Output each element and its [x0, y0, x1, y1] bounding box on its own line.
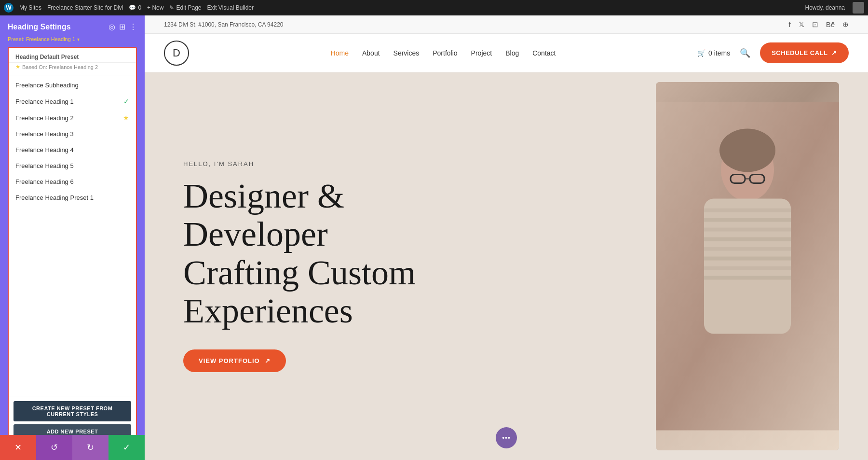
nav-project[interactable]: Project — [471, 49, 492, 57]
preset-list-item[interactable]: Freelance Subheading — [9, 77, 136, 93]
nav-about[interactable]: About — [362, 49, 380, 57]
preset-list: Freelance SubheadingFreelance Heading 1✓… — [9, 75, 136, 396]
based-on-text: Based On: Freelance Heading 2 — [22, 64, 98, 70]
preset-item-label: Freelance Heading 6 — [15, 178, 74, 185]
bottom-toolbar: ✕ ↺ ↻ ✓ — [0, 435, 145, 460]
hero-title: Designer & Developer Crafting Custom Exp… — [183, 177, 434, 330]
preset-list-item[interactable]: Freelance Heading Preset 1 — [9, 190, 136, 206]
preset-item-label: Freelance Subheading — [15, 82, 79, 89]
site-nav: D Home About Services Portfolio Project … — [145, 34, 868, 72]
preset-list-item[interactable]: Freelance Heading 6 — [9, 174, 136, 190]
sidebar: Heading Settings ◎ ⊞ ⋮ Preset: Freelance… — [0, 15, 145, 460]
admin-avatar — [853, 2, 864, 14]
cart-icon: 🛒 — [697, 49, 705, 57]
undo-button[interactable]: ↺ — [36, 435, 72, 460]
save-button[interactable]: ✓ — [108, 435, 145, 460]
nav-links-list: Home About Services Portfolio Project Bl… — [331, 49, 556, 57]
preset-dropdown-arrow: ▾ — [77, 37, 80, 42]
exit-builder-label: Exit Visual Builder — [207, 4, 254, 11]
edit-page-item[interactable]: ✎ Edit Page — [169, 4, 201, 11]
hero-photo — [656, 82, 839, 450]
nav-right: 🛒 0 items 🔍 SCHEDULE CALL ↗ — [697, 42, 849, 63]
comment-icon: 💬 — [129, 4, 136, 11]
search-icon[interactable]: 🔍 — [740, 48, 750, 58]
wp-icon[interactable]: W — [4, 3, 14, 13]
schedule-btn-label: SCHEDULE CALL — [772, 49, 827, 56]
facebook-icon[interactable]: f — [788, 20, 790, 28]
instagram-icon[interactable]: ⊡ — [812, 20, 818, 29]
preset-list-item[interactable]: Freelance Heading 5 — [9, 158, 136, 174]
logo-letter: D — [173, 47, 180, 59]
svg-rect-6 — [704, 237, 791, 241]
dribbble-icon[interactable]: ⊕ — [842, 20, 849, 29]
preset-default-label: Heading Default Preset — [9, 48, 136, 63]
cart-count: 0 items — [708, 49, 730, 57]
grid-icon[interactable]: ⊞ — [119, 22, 125, 31]
main-content: 1234 Divi St. #1000, San Francisco, CA 9… — [145, 15, 868, 460]
preset-item-label: Freelance Heading Preset 1 — [15, 194, 94, 201]
floating-menu-button[interactable]: ••• — [496, 427, 517, 448]
exit-builder-item[interactable]: Exit Visual Builder — [207, 4, 254, 11]
site-address: 1234 Divi St. #1000, San Francisco, CA 9… — [164, 21, 283, 28]
svg-rect-3 — [704, 209, 791, 212]
site-logo: D — [164, 41, 189, 66]
hero-btn-label: VIEW PORTFOLIO — [199, 357, 260, 364]
settings-icon[interactable]: ◎ — [108, 22, 115, 31]
site-topbar: 1234 Divi St. #1000, San Francisco, CA 9… — [145, 15, 868, 34]
preset-based-on: ★ Based On: Freelance Heading 2 — [9, 63, 136, 75]
nav-blog[interactable]: Blog — [505, 49, 519, 57]
nav-contact[interactable]: Contact — [532, 49, 556, 57]
svg-rect-10 — [704, 276, 791, 280]
star-icon: ★ — [123, 114, 129, 122]
more-icon[interactable]: ⋮ — [129, 22, 137, 31]
view-portfolio-button[interactable]: VIEW PORTFOLIO ↗ — [183, 349, 286, 372]
comments-count: 0 — [138, 4, 141, 11]
nav-cart[interactable]: 🛒 0 items — [697, 49, 730, 57]
redo-button[interactable]: ↻ — [72, 435, 108, 460]
social-icons: f 𝕏 ⊡ Bē ⊕ — [788, 20, 849, 29]
new-item[interactable]: + New — [147, 4, 163, 11]
svg-point-11 — [719, 129, 775, 172]
nav-home[interactable]: Home — [331, 49, 349, 57]
my-sites-menu[interactable]: My Sites — [19, 4, 41, 11]
preset-list-item[interactable]: Freelance Heading 4 — [9, 142, 136, 158]
hero-person-svg — [656, 82, 839, 450]
svg-rect-4 — [704, 218, 791, 222]
schedule-btn-arrow: ↗ — [831, 49, 837, 56]
hero-image — [656, 82, 839, 450]
behance-icon[interactable]: Bē — [826, 20, 835, 28]
schedule-call-button[interactable]: SCHEDULE CALL ↗ — [760, 42, 849, 63]
based-on-star: ★ — [15, 64, 20, 70]
preset-item-label: Freelance Heading 1 — [15, 98, 74, 105]
sidebar-title: Heading Settings — [8, 23, 71, 31]
my-sites-label: My Sites — [19, 4, 41, 11]
preset-list-item[interactable]: Freelance Heading 1✓ — [9, 93, 136, 110]
site-name[interactable]: Freelance Starter Site for Divi — [47, 4, 123, 11]
preset-list-item[interactable]: Freelance Heading 3 — [9, 126, 136, 142]
preset-item-label: Freelance Heading 2 — [15, 114, 74, 122]
preset-list-item[interactable]: Freelance Heading 2★ — [9, 110, 136, 126]
sidebar-header: Heading Settings ◎ ⊞ ⋮ — [0, 15, 145, 36]
howdy-label: Howdy, deanna — [805, 4, 845, 11]
admin-bar: W My Sites Freelance Starter Site for Di… — [0, 0, 868, 15]
hero-content: HELLO, I'M SARAH Designer & Developer Cr… — [145, 131, 473, 401]
pencil-icon: ✎ — [169, 4, 174, 11]
svg-rect-9 — [704, 266, 791, 270]
comments-item[interactable]: 💬 0 — [129, 4, 141, 11]
dots-icon: ••• — [502, 434, 511, 442]
preset-item-label: Freelance Heading 5 — [15, 162, 74, 169]
svg-rect-8 — [704, 257, 791, 261]
preset-label[interactable]: Preset: Freelance Heading 1 ▾ — [0, 36, 145, 47]
hero-btn-arrow: ↗ — [265, 357, 271, 364]
site-name-label: Freelance Starter Site for Divi — [47, 4, 123, 11]
cancel-button[interactable]: ✕ — [0, 435, 36, 460]
edit-page-label: Edit Page — [176, 4, 201, 11]
main-nav: Home About Services Portfolio Project Bl… — [331, 49, 556, 57]
nav-portfolio[interactable]: Portfolio — [433, 49, 457, 57]
preset-item-label: Freelance Heading 3 — [15, 130, 74, 138]
check-icon: ✓ — [123, 98, 129, 105]
twitter-icon[interactable]: 𝕏 — [799, 20, 804, 29]
create-preset-button[interactable]: CREATE NEW PRESET FROM CURRENT STYLES — [14, 401, 131, 421]
nav-services[interactable]: Services — [393, 49, 420, 57]
preset-panel: Heading Default Preset ★ Based On: Freel… — [8, 47, 137, 460]
